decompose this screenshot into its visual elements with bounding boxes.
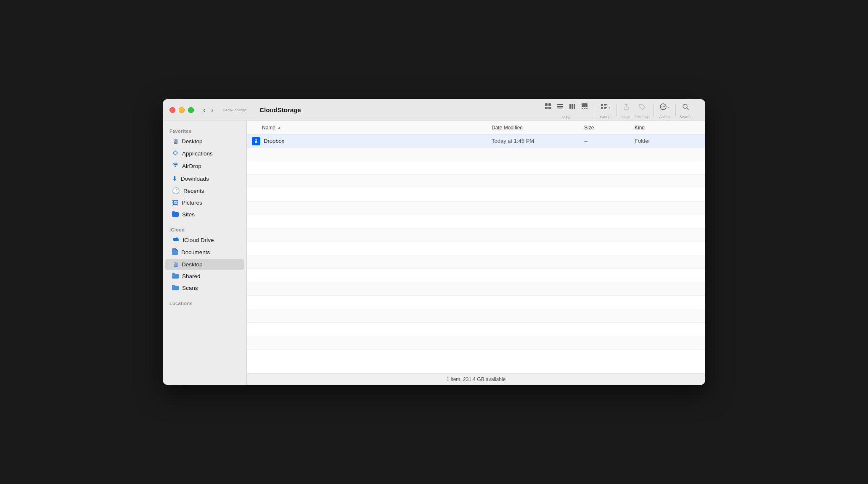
icloud-icon [172,237,180,244]
icloud-label: iCloud [163,225,246,234]
svg-rect-14 [601,104,603,106]
group-icon [600,103,608,112]
locations-label: Locations [163,298,246,308]
empty-row [247,215,705,229]
svg-rect-1 [548,103,551,106]
sidebar-item-documents-label: Documents [181,249,210,255]
sidebar-item-recents-label: Recents [183,188,204,194]
table-row[interactable]: Dropbox Today at 1:45 PM -- Folder [247,134,705,148]
icloud-desktop-icon: 🖥 [172,261,178,268]
group-label: Group [600,115,611,119]
airdrop-icon [172,162,179,170]
file-size: -- [584,138,635,144]
svg-rect-11 [582,108,583,109]
sidebar-item-applications[interactable]: Applications [165,147,244,160]
svg-rect-9 [574,104,575,109]
nav-buttons: ‹ › [201,105,216,116]
minimize-button[interactable] [179,107,185,113]
finder-window: ‹ › Back/Forward CloudStorage [163,99,705,385]
recents-icon: 🕐 [172,187,180,195]
sidebar-item-downloads[interactable]: ⬇ Downloads [165,173,244,184]
share-label: Share [621,115,631,119]
col-size-header[interactable]: Size [584,125,635,131]
file-name: Dropbox [264,138,284,144]
file-pane: Name ▲ Date Modified Size Kind [247,121,705,385]
maximize-button[interactable] [188,107,194,113]
svg-rect-18 [604,107,607,108]
svg-line-26 [687,108,688,110]
column-headers: Name ▲ Date Modified Size Kind [247,121,705,134]
share-button[interactable] [620,101,632,113]
col-kind-header[interactable]: Kind [635,125,702,131]
sidebar-item-scans[interactable]: Scans [165,282,244,294]
svg-rect-13 [586,108,587,109]
col-name-header[interactable]: Name ▲ [250,125,492,131]
empty-row [247,255,705,269]
col-date-header[interactable]: Date Modified [492,125,584,131]
sidebar-item-airdrop-label: AirDrop [182,163,201,169]
close-button[interactable] [169,107,175,113]
applications-icon [172,150,179,158]
sidebar-item-applications-label: Applications [182,150,213,157]
gallery-view-button[interactable] [579,101,590,114]
svg-rect-6 [557,108,563,108]
empty-row [247,242,705,255]
desktop-icon: 🖥 [172,138,178,145]
empty-row [247,175,705,188]
window-title: CloudStorage [259,106,301,113]
pictures-icon: 🖼 [172,199,178,206]
group-button[interactable]: ▾ [598,101,613,113]
sidebar-item-desktop[interactable]: 🖥 Desktop [165,136,244,147]
svg-point-23 [663,106,664,107]
sidebar-item-sites[interactable]: Sites [165,209,244,220]
sidebar-item-icloud-desktop[interactable]: 🖥 Desktop [165,259,244,270]
empty-row [247,336,705,350]
sort-arrow: ▲ [277,125,281,130]
favorites-label: Favorites [163,126,246,135]
search-button[interactable] [679,101,692,113]
share-button-wrapper: Share [620,101,632,119]
sidebar-item-pictures-label: Pictures [182,200,202,206]
search-icon [682,103,689,112]
empty-row [247,148,705,161]
action-button[interactable]: ▾ [657,101,672,113]
view-label: View [562,115,570,119]
svg-rect-17 [601,107,603,109]
sidebar-item-airdrop[interactable]: AirDrop [165,160,244,172]
empty-row [247,282,705,296]
sidebar-item-shared[interactable]: Shared [165,271,244,282]
tag-icon [638,103,646,112]
action-label: Action [659,115,670,119]
empty-row [247,229,705,242]
scans-folder-icon [172,284,179,292]
main-content: Favorites 🖥 Desktop Applications [163,121,705,385]
column-view-button[interactable] [566,101,578,114]
sidebar-item-pictures[interactable]: 🖼 Pictures [165,197,244,208]
empty-row [247,309,705,323]
action-dropdown-arrow: ▾ [668,105,670,109]
edit-tags-label: Edit Tags [634,115,650,119]
documents-icon [172,248,178,256]
sidebar-item-icloud-drive[interactable]: iCloud Drive [165,234,244,246]
empty-row [247,161,705,175]
svg-rect-7 [569,104,571,109]
svg-rect-16 [604,105,606,106]
downloads-icon: ⬇ [172,175,177,182]
file-date: Today at 1:45 PM [492,138,584,144]
svg-rect-2 [545,107,548,109]
svg-point-22 [662,106,662,107]
svg-rect-5 [557,106,563,107]
action-icon [659,103,667,112]
titlebar: ‹ › Back/Forward CloudStorage [163,99,705,121]
sidebar-item-recents[interactable]: 🕐 Recents [165,185,244,197]
back-button[interactable]: ‹ [201,105,208,116]
edit-tags-button[interactable] [636,101,648,113]
svg-rect-19 [604,108,606,109]
forward-button[interactable]: › [209,105,216,116]
svg-point-27 [175,166,176,167]
list-view-button[interactable] [554,101,566,114]
dropbox-folder-icon [252,137,260,145]
empty-row [247,202,705,215]
sidebar-item-documents[interactable]: Documents [165,246,244,258]
icon-view-button[interactable] [542,101,554,114]
